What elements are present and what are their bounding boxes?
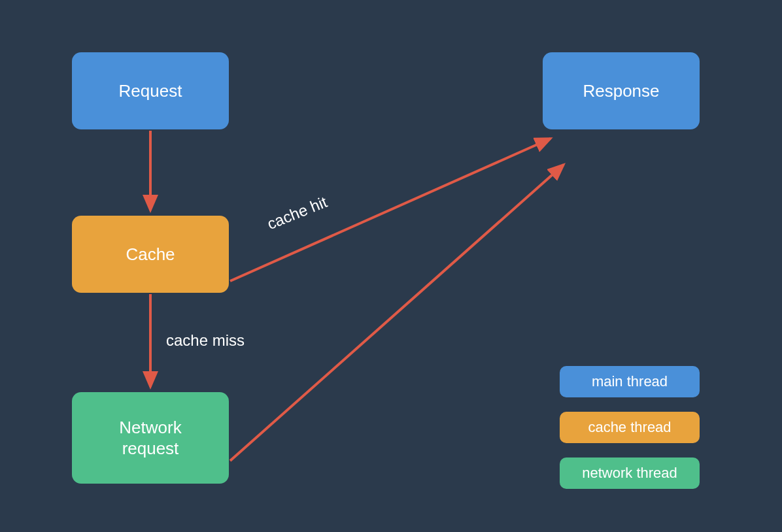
node-network-request-label: Network request <box>119 417 181 459</box>
edge-label-cache-hit: cache hit <box>265 193 330 233</box>
arrow-network-to-response <box>230 165 564 461</box>
legend-network-thread-label: network thread <box>582 465 677 482</box>
legend-network-thread: network thread <box>560 457 700 489</box>
node-cache: Cache <box>72 216 229 293</box>
diagram-canvas: Request Cache Network request Response c… <box>0 0 782 532</box>
node-network-request: Network request <box>72 392 229 484</box>
node-cache-label: Cache <box>126 244 175 265</box>
edge-label-cache-miss: cache miss <box>166 331 245 350</box>
node-response: Response <box>543 52 700 129</box>
arrow-cache-to-response <box>230 139 551 281</box>
legend-cache-thread-label: cache thread <box>588 419 671 436</box>
node-response-label: Response <box>583 80 659 102</box>
legend-cache-thread: cache thread <box>560 412 700 443</box>
legend-main-thread-label: main thread <box>592 373 668 390</box>
node-request: Request <box>72 52 229 129</box>
legend-main-thread: main thread <box>560 366 700 397</box>
node-request-label: Request <box>119 80 182 102</box>
